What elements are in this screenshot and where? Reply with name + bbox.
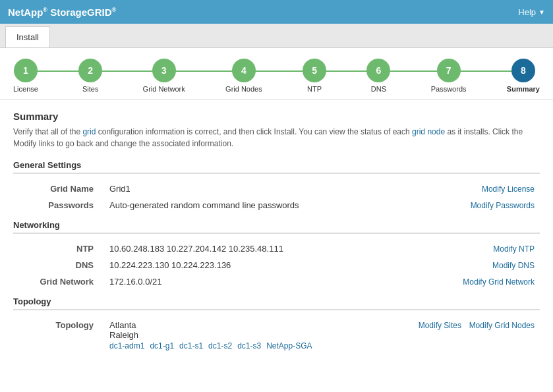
- dns-label: DNS: [13, 257, 99, 273]
- networking-table: NTP 10.60.248.183 10.227.204.142 10.235.…: [13, 240, 540, 290]
- header: NetApp® StorageGRID® Help ▼: [0, 0, 553, 24]
- modify-grid-network-link[interactable]: Modify Grid Network: [463, 277, 535, 287]
- ntp-label: NTP: [13, 240, 99, 257]
- tab-bar: Install: [0, 24, 553, 48]
- step-circle-4: 4: [232, 59, 256, 82]
- modify-ntp-link[interactable]: Modify NTP: [493, 244, 535, 254]
- general-settings-header: General Settings: [13, 160, 540, 174]
- modify-license-link[interactable]: Modify License: [482, 184, 535, 194]
- chevron-down-icon: ▼: [538, 9, 545, 16]
- topology-label: Topology: [13, 317, 99, 354]
- grid-node-link[interactable]: grid node: [412, 127, 445, 136]
- topology-actions: Modify Sites Modify Grid Nodes: [378, 317, 540, 354]
- step-circle-8: 8: [511, 59, 535, 82]
- topology-table: Topology Atlanta Raleigh dc1-adm1 dc1-g1…: [13, 317, 540, 354]
- step-5[interactable]: 5 NTP: [303, 59, 326, 93]
- help-label: Help: [518, 7, 536, 17]
- modify-ntp-cell: Modify NTP: [407, 240, 540, 257]
- step-circle-6: 6: [366, 59, 390, 82]
- node-item-4[interactable]: dc1-s3: [237, 341, 261, 350]
- help-menu[interactable]: Help ▼: [518, 7, 545, 17]
- step-circle-7: 7: [437, 59, 461, 82]
- topology-header: Topology: [13, 296, 540, 310]
- modify-dns-link[interactable]: Modify DNS: [492, 261, 535, 270]
- topology-value: Atlanta Raleigh dc1-adm1 dc1-g1 dc1-s1 d…: [99, 317, 378, 354]
- table-row: NTP 10.60.248.183 10.227.204.142 10.235.…: [13, 240, 540, 257]
- grid-network-label: Grid Network: [13, 273, 99, 290]
- step-6[interactable]: 6 DNS: [366, 59, 390, 93]
- modify-grid-network-cell: Modify Grid Network: [407, 273, 540, 290]
- table-row: Grid Name Grid1 Modify License: [13, 181, 540, 197]
- step-circle-2: 2: [78, 59, 102, 82]
- dns-value: 10.224.223.130 10.224.223.136: [99, 257, 407, 273]
- step-label-6: DNS: [371, 85, 386, 93]
- summary-description: Verify that all of the grid configuratio…: [13, 126, 540, 150]
- networking-header: Networking: [13, 220, 540, 234]
- stepper-container: 1 License 2 Sites 3 Grid Network 4 Grid …: [0, 48, 553, 100]
- app-logo: NetApp® StorageGRID®: [8, 7, 116, 18]
- grid-network-value: 172.16.0.0/21: [99, 273, 407, 290]
- step-label-2: Sites: [82, 85, 98, 93]
- step-circle-5: 5: [303, 59, 326, 82]
- node-item-5[interactable]: NetApp-SGA: [266, 341, 312, 350]
- site1-name: Atlanta: [109, 320, 372, 330]
- site2-name: Raleigh: [109, 330, 372, 340]
- step-label-3: Grid Network: [143, 85, 185, 93]
- node-item-3[interactable]: dc1-s2: [208, 341, 232, 350]
- step-7[interactable]: 7 Passwords: [431, 59, 467, 93]
- table-row: Passwords Auto-generated random command …: [13, 197, 540, 213]
- grid-link-1[interactable]: grid: [82, 127, 96, 136]
- step-2[interactable]: 2 Sites: [78, 59, 102, 93]
- step-label-4: Grid Nodes: [225, 85, 262, 93]
- step-8[interactable]: 8 Summary: [507, 59, 540, 93]
- step-circle-3: 3: [152, 59, 176, 82]
- step-4[interactable]: 4 Grid Nodes: [225, 59, 262, 93]
- ntp-value: 10.60.248.183 10.227.204.142 10.235.48.1…: [99, 240, 407, 257]
- grid-name-label: Grid Name: [13, 181, 99, 197]
- summary-title: Summary: [13, 111, 540, 122]
- modify-license-cell: Modify License: [422, 181, 540, 197]
- step-circle-1: 1: [14, 59, 38, 82]
- step-label-7: Passwords: [431, 85, 467, 93]
- passwords-label: Passwords: [13, 197, 99, 213]
- node-item-1[interactable]: dc1-g1: [150, 341, 174, 350]
- node-item-2[interactable]: dc1-s1: [179, 341, 203, 350]
- step-label-5: NTP: [307, 85, 322, 93]
- modify-dns-cell: Modify DNS: [407, 257, 540, 273]
- node-list: dc1-adm1 dc1-g1 dc1-s1 dc1-s2 dc1-s3 Net…: [109, 341, 372, 350]
- modify-sites-link[interactable]: Modify Sites: [419, 321, 461, 330]
- passwords-value: Auto-generated random command line passw…: [99, 197, 422, 213]
- main-content: Summary Verify that all of the grid conf…: [0, 100, 553, 371]
- table-row: Topology Atlanta Raleigh dc1-adm1 dc1-g1…: [13, 317, 540, 354]
- table-row: DNS 10.224.223.130 10.224.223.136 Modify…: [13, 257, 540, 273]
- node-item-0[interactable]: dc1-adm1: [109, 341, 144, 350]
- step-1[interactable]: 1 License: [13, 59, 38, 93]
- modify-passwords-cell: Modify Passwords: [422, 197, 540, 213]
- tab-install[interactable]: Install: [5, 26, 50, 47]
- stepper: 1 License 2 Sites 3 Grid Network 4 Grid …: [13, 59, 540, 93]
- modify-passwords-link[interactable]: Modify Passwords: [471, 201, 535, 210]
- site2-container: Raleigh dc1-adm1 dc1-g1 dc1-s1 dc1-s2 dc…: [109, 330, 372, 350]
- table-row: Grid Network 172.16.0.0/21 Modify Grid N…: [13, 273, 540, 290]
- grid-name-value: Grid1: [99, 181, 422, 197]
- step-label-1: License: [13, 85, 38, 93]
- step-3[interactable]: 3 Grid Network: [143, 59, 185, 93]
- general-settings-table: Grid Name Grid1 Modify License Passwords…: [13, 181, 540, 213]
- modify-grid-nodes-link[interactable]: Modify Grid Nodes: [469, 321, 535, 330]
- step-label-8: Summary: [507, 85, 540, 93]
